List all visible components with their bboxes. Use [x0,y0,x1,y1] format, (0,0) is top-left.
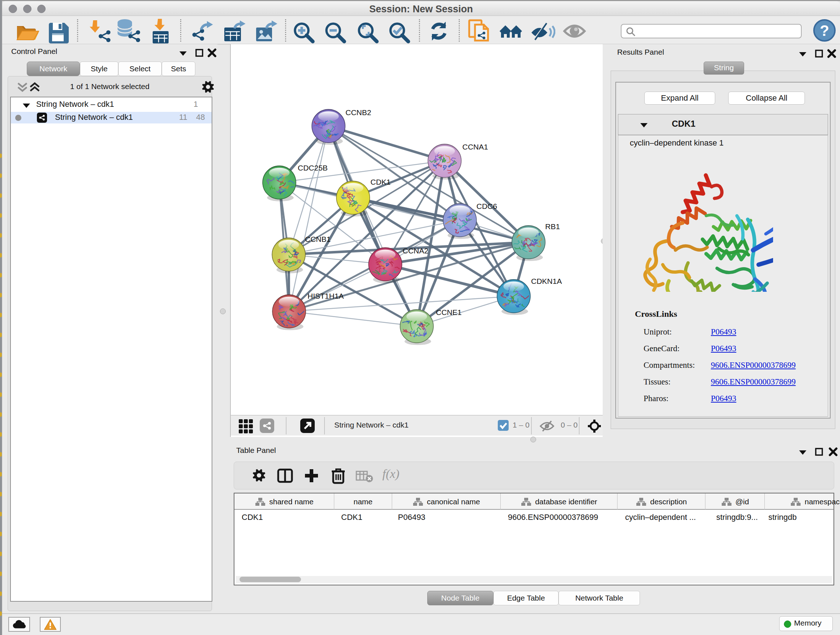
svg-text:CCNA1: CCNA1 [462,143,488,151]
svg-text:CDKN1A: CDKN1A [531,277,562,285]
svg-text:HIST1H1A: HIST1H1A [308,292,344,300]
svg-text:CCNB1: CCNB1 [305,235,331,243]
svg-text:CCNB2: CCNB2 [346,108,371,117]
svg-text:CDC25B: CDC25B [298,164,328,172]
svg-text:RB1: RB1 [545,222,560,231]
svg-text:CDK1: CDK1 [370,178,391,186]
svg-text:CDC6: CDC6 [477,202,497,211]
svg-text:CCNE1: CCNE1 [436,308,462,317]
svg-text:CCNA2: CCNA2 [403,247,428,255]
